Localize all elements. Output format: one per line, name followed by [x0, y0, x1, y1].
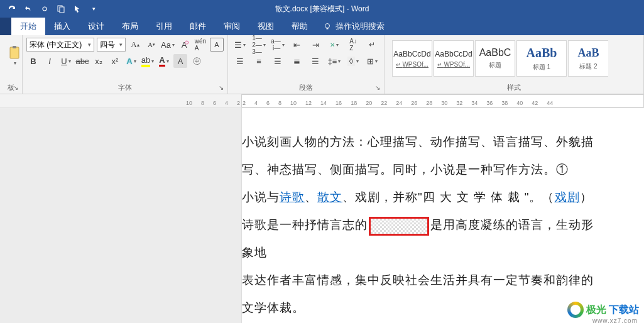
- text-effects-icon[interactable]: A▾: [124, 54, 138, 68]
- font-launcher-icon[interactable]: ↘: [217, 83, 226, 92]
- lightbulb-icon: [323, 22, 332, 31]
- decrease-indent-icon[interactable]: ⇤: [288, 38, 305, 52]
- bullets-icon[interactable]: ☰▾: [232, 38, 248, 52]
- superscript-button[interactable]: x²: [108, 54, 122, 68]
- emphasized-text: 四大文学体裁: [423, 190, 525, 204]
- clear-format-icon[interactable]: A◇: [177, 38, 191, 52]
- ruler-tick: 24: [396, 100, 402, 106]
- ruler-tick: 12: [305, 100, 312, 106]
- change-case-icon[interactable]: Aa▾: [161, 38, 175, 52]
- link-poetry[interactable]: 诗歌: [280, 190, 305, 204]
- tab-design[interactable]: 设计: [79, 18, 113, 35]
- svg-rect-4: [327, 28, 329, 30]
- tell-me-search[interactable]: 操作说明搜索: [317, 18, 385, 35]
- qat-icon-1[interactable]: [55, 3, 67, 14]
- char-border-icon[interactable]: A: [210, 38, 224, 52]
- style-preview: AaBb: [527, 46, 557, 60]
- ruler-tick: 10: [290, 100, 297, 106]
- ruler-left: 10 8 6 4 2: [0, 94, 241, 107]
- borders-icon[interactable]: ⊞▾: [364, 54, 380, 68]
- align-justify-icon[interactable]: ≣: [288, 54, 305, 68]
- tell-me-label: 操作说明搜索: [336, 21, 385, 32]
- show-marks-icon[interactable]: ↵: [364, 38, 380, 52]
- numbering-icon[interactable]: 1—2—3—▾: [251, 38, 267, 52]
- style-preview: AaBbCcDd: [393, 50, 430, 58]
- bold-button[interactable]: B: [26, 54, 40, 68]
- style-name: 标题: [489, 61, 501, 70]
- align-center-icon[interactable]: ≡: [251, 54, 267, 68]
- tab-file[interactable]: [0, 18, 11, 35]
- tab-home[interactable]: 开始: [11, 18, 45, 35]
- autosave-icon[interactable]: [6, 3, 18, 14]
- paragraph-launcher-icon[interactable]: ↘: [373, 83, 382, 92]
- line-spacing-icon[interactable]: ‡≡▾: [326, 54, 342, 68]
- page[interactable]: 小说刻画人物的方法：心理描写、动作描写、语言描写、外貌描 写、神态描写、侧面描写…: [241, 108, 644, 323]
- ruler-tick: 4: [225, 100, 228, 106]
- text: 是用高度凝练的语言，生动形: [430, 218, 594, 231]
- asian-layout-icon[interactable]: ✕▾: [326, 38, 342, 52]
- ruler-tick: 26: [411, 100, 417, 106]
- style-item-heading1[interactable]: AaBb 标题 1: [516, 40, 567, 77]
- style-item-wpsof-1[interactable]: AaBbCcDd WPSOf...: [392, 40, 432, 77]
- increase-font-icon[interactable]: A▴: [128, 38, 142, 52]
- link-drama[interactable]: 戏剧: [555, 190, 580, 204]
- ruler-tick: 6: [213, 100, 216, 106]
- text: 诗歌是一种抒情言志的: [242, 218, 368, 231]
- window-title: 散文.docx [兼容模式] - Word: [275, 4, 369, 14]
- ruler-tick: 8: [278, 100, 281, 106]
- style-item-title[interactable]: AaBbC 标题: [475, 40, 515, 77]
- undo-icon[interactable]: [23, 3, 34, 14]
- tab-view[interactable]: 视图: [249, 18, 283, 35]
- tab-references[interactable]: 引用: [147, 18, 181, 35]
- enclose-char-icon[interactable]: ㊥: [190, 54, 204, 68]
- char-shading-icon[interactable]: A: [173, 54, 187, 68]
- font-size-select[interactable]: 四号▾: [97, 38, 126, 52]
- underline-button[interactable]: U▾: [59, 54, 73, 68]
- style-item-wpsof-2[interactable]: AaBbCcDd WPSOf...: [434, 40, 474, 77]
- ruler-tick: 2: [243, 100, 246, 106]
- align-right-icon[interactable]: ☰: [270, 54, 286, 68]
- subscript-button[interactable]: x₂: [92, 54, 106, 68]
- tab-help[interactable]: 帮助: [283, 18, 317, 35]
- multilevel-list-icon[interactable]: a— i—▾: [270, 38, 286, 52]
- style-preview: AaB: [577, 47, 599, 60]
- font-name-select[interactable]: 宋体 (中文正文)▾: [26, 38, 94, 52]
- ruler-tick: 32: [456, 100, 462, 106]
- qat-more-icon[interactable]: ▾: [88, 3, 99, 14]
- clipboard-launcher-icon[interactable]: ↘: [11, 83, 20, 92]
- group-styles: AaBbCcDd WPSOf... AaBbCcDd WPSOf... AaBb…: [385, 35, 644, 94]
- link-prose[interactable]: 散文: [317, 190, 342, 204]
- qat-icon-2[interactable]: [72, 3, 83, 14]
- dropdown-icon: ▾: [119, 41, 123, 48]
- style-item-heading2[interactable]: AaB 标题 2: [568, 40, 608, 77]
- redo-icon[interactable]: [39, 3, 50, 14]
- ruler-tick: 28: [426, 100, 432, 106]
- title-bar: ▾ 散文.docx [兼容模式] - Word: [0, 0, 644, 18]
- increase-indent-icon[interactable]: ⇥: [307, 38, 324, 52]
- italic-button[interactable]: I: [43, 54, 57, 68]
- watermark-logo-icon: [567, 302, 584, 318]
- font-color-icon[interactable]: A▾: [157, 54, 171, 68]
- align-distribute-icon[interactable]: ☰: [307, 54, 324, 68]
- svg-rect-5: [10, 47, 19, 58]
- ruler-tick: 38: [501, 100, 508, 106]
- shading-icon[interactable]: ◊▾: [345, 54, 361, 68]
- decrease-font-icon[interactable]: A▾: [145, 38, 158, 52]
- style-preview: AaBbCcDd: [435, 50, 472, 58]
- tab-insert[interactable]: 插入: [45, 18, 79, 35]
- highlight-icon[interactable]: ab▾: [141, 54, 155, 68]
- tab-review[interactable]: 审阅: [215, 18, 249, 35]
- sort-icon[interactable]: A↓Z: [345, 38, 361, 52]
- ruler-tick: 44: [547, 100, 553, 106]
- ribbon: ▾ 板 ↘ 宋体 (中文正文)▾ 四号▾ A▴ A▾ Aa▾ A◇ wénA A…: [0, 35, 644, 94]
- tab-mailings[interactable]: 邮件: [181, 18, 215, 35]
- align-left-icon[interactable]: ☰: [232, 54, 248, 68]
- style-name: WPSOf...: [396, 61, 428, 68]
- strike-button[interactable]: abc: [75, 54, 89, 68]
- phonetic-guide-icon[interactable]: wénA: [194, 38, 207, 52]
- tab-layout[interactable]: 布局: [113, 18, 147, 35]
- ruler[interactable]: 10 8 6 4 2 2 4 6 8 10 12 14 16 18 20 22 …: [0, 94, 644, 108]
- text: 、戏剧，并称": [342, 190, 423, 204]
- ribbon-tabs: 开始 插入 设计 布局 引用 邮件 审阅 视图 帮助 操作说明搜索: [0, 18, 644, 35]
- svg-rect-6: [13, 46, 16, 48]
